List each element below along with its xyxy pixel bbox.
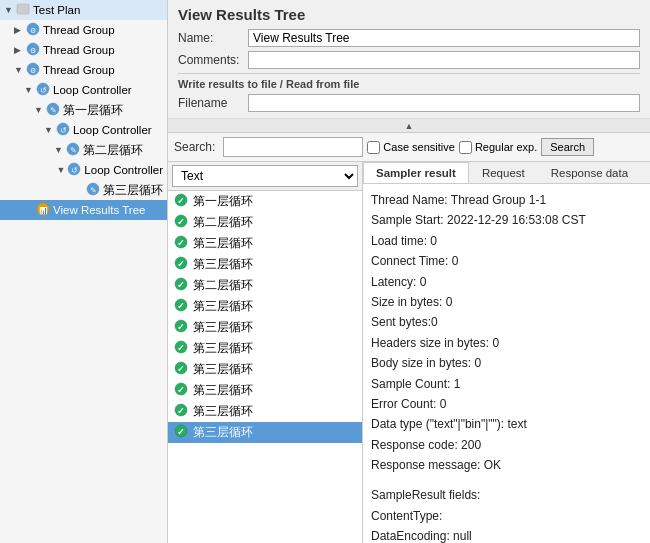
expand-icon-loop-controller-1[interactable]: ▼ xyxy=(24,85,34,95)
sidebar-item-loop-1[interactable]: ▼✎第一层循环 xyxy=(0,100,167,120)
sidebar-label-loop-controller-3: Loop Controller xyxy=(84,164,163,176)
results-list: ✓第一层循环✓第二层循环✓第三层循环✓第三层循环✓第二层循环✓第三层循环✓第三层… xyxy=(168,191,362,543)
regex-label[interactable]: Regular exp. xyxy=(459,141,537,154)
result-label-2: 第三层循环 xyxy=(193,235,253,252)
filename-input[interactable] xyxy=(248,94,640,112)
svg-text:✓: ✓ xyxy=(177,196,185,206)
result-item-8[interactable]: ✓第三层循环 xyxy=(168,359,362,380)
result-item-2[interactable]: ✓第三层循环 xyxy=(168,233,362,254)
result-item-10[interactable]: ✓第三层循环 xyxy=(168,401,362,422)
text-dropdown[interactable]: Text xyxy=(172,165,358,187)
expand-icon-loop-1[interactable]: ▼ xyxy=(34,105,44,115)
svg-text:✎: ✎ xyxy=(90,186,97,195)
result-label-5: 第三层循环 xyxy=(193,298,253,315)
tab-request[interactable]: Request xyxy=(469,162,538,183)
sidebar-label-thread-group-2: Thread Group xyxy=(43,44,115,56)
result-label-0: 第一层循环 xyxy=(193,193,253,210)
result-status-icon-10: ✓ xyxy=(174,403,188,420)
name-input[interactable] xyxy=(248,29,640,47)
result-item-9[interactable]: ✓第三层循环 xyxy=(168,380,362,401)
sidebar-label-thread-group-3: Thread Group xyxy=(43,64,115,76)
result-status-icon-2: ✓ xyxy=(174,235,188,252)
svg-text:↺: ↺ xyxy=(40,86,47,95)
sidebar-item-view-results-tree[interactable]: 📊View Results Tree xyxy=(0,200,167,220)
expand-icon-loop-2[interactable]: ▼ xyxy=(54,145,64,155)
svg-text:⚙: ⚙ xyxy=(30,47,36,54)
result-item-7[interactable]: ✓第三层循环 xyxy=(168,338,362,359)
detail-line: Sent bytes:0 xyxy=(371,312,642,332)
sidebar-item-test-plan[interactable]: ▼Test Plan xyxy=(0,0,167,20)
sidebar-label-loop-controller-2: Loop Controller xyxy=(73,124,152,136)
tree-icon-loop-controller-1: ↺ xyxy=(36,82,50,98)
sidebar-item-loop-controller-1[interactable]: ▼↺Loop Controller xyxy=(0,80,167,100)
sidebar-item-loop-controller-2[interactable]: ▼↺Loop Controller xyxy=(0,120,167,140)
result-label-3: 第三层循环 xyxy=(193,256,253,273)
svg-text:✓: ✓ xyxy=(177,301,185,311)
expand-icon-thread-group-3[interactable]: ▼ xyxy=(14,65,24,75)
result-item-3[interactable]: ✓第三层循环 xyxy=(168,254,362,275)
result-item-0[interactable]: ✓第一层循环 xyxy=(168,191,362,212)
svg-text:✓: ✓ xyxy=(177,238,185,248)
detail-line: Sample Count: 1 xyxy=(371,374,642,394)
expand-icon-thread-group-1[interactable]: ▶ xyxy=(14,25,24,35)
sidebar-item-loop-3[interactable]: ✎第三层循环 xyxy=(0,180,167,200)
tree-icon-thread-group-3: ⚙ xyxy=(26,62,40,78)
sidebar-tree: ▼Test Plan▶⚙Thread Group▶⚙Thread Group▼⚙… xyxy=(0,0,168,543)
result-item-5[interactable]: ✓第三层循环 xyxy=(168,296,362,317)
expand-icon-thread-group-2[interactable]: ▶ xyxy=(14,45,24,55)
result-label-1: 第二层循环 xyxy=(193,214,253,231)
detail-line: ContentType: xyxy=(371,506,642,526)
sidebar-item-thread-group-3[interactable]: ▼⚙Thread Group xyxy=(0,60,167,80)
svg-text:✓: ✓ xyxy=(177,280,185,290)
result-item-1[interactable]: ✓第二层循环 xyxy=(168,212,362,233)
sidebar-item-thread-group-2[interactable]: ▶⚙Thread Group xyxy=(0,40,167,60)
result-status-icon-11: ✓ xyxy=(174,424,188,441)
svg-text:✓: ✓ xyxy=(177,343,185,353)
result-status-icon-5: ✓ xyxy=(174,298,188,315)
regex-checkbox[interactable] xyxy=(459,141,472,154)
search-bar: Search: Case sensitive Regular exp. Sear… xyxy=(168,133,650,162)
result-status-icon-4: ✓ xyxy=(174,277,188,294)
name-label: Name: xyxy=(178,31,248,45)
case-sensitive-label[interactable]: Case sensitive xyxy=(367,141,455,154)
filename-label: Filename xyxy=(178,96,248,110)
tab-response-data[interactable]: Response data xyxy=(538,162,641,183)
tab-sampler-result[interactable]: Sampler result xyxy=(363,162,469,183)
sidebar-label-test-plan: Test Plan xyxy=(33,4,80,16)
expand-icon-loop-controller-2[interactable]: ▼ xyxy=(44,125,54,135)
sidebar-item-loop-controller-3[interactable]: ▼↺Loop Controller xyxy=(0,160,167,180)
results-area: Text ✓第一层循环✓第二层循环✓第三层循环✓第三层循环✓第二层循环✓第三层循… xyxy=(168,162,650,543)
result-label-4: 第二层循环 xyxy=(193,277,253,294)
detail-panel: Sampler resultRequestResponse data Threa… xyxy=(363,162,650,543)
search-input[interactable] xyxy=(223,137,363,157)
svg-rect-0 xyxy=(17,4,29,14)
detail-line: Connect Time: 0 xyxy=(371,251,642,271)
result-item-4[interactable]: ✓第二层循环 xyxy=(168,275,362,296)
detail-line: DataEncoding: null xyxy=(371,526,642,543)
detail-line: Response code: 200 xyxy=(371,435,642,455)
sidebar-item-loop-2[interactable]: ▼✎第二层循环 xyxy=(0,140,167,160)
comments-label: Comments: xyxy=(178,53,248,67)
comments-input[interactable] xyxy=(248,51,640,69)
detail-content: Thread Name: Thread Group 1-1Sample Star… xyxy=(363,184,650,543)
case-sensitive-checkbox[interactable] xyxy=(367,141,380,154)
result-item-6[interactable]: ✓第三层循环 xyxy=(168,317,362,338)
sidebar-item-thread-group-1[interactable]: ▶⚙Thread Group xyxy=(0,20,167,40)
svg-text:✓: ✓ xyxy=(177,406,185,416)
sidebar-label-loop-2: 第二层循环 xyxy=(83,143,143,158)
detail-line: Headers size in bytes: 0 xyxy=(371,333,642,353)
expand-icon-test-plan[interactable]: ▼ xyxy=(4,5,14,15)
search-button[interactable]: Search xyxy=(541,138,594,156)
expand-icon-loop-controller-3[interactable]: ▼ xyxy=(56,165,65,175)
result-label-7: 第三层循环 xyxy=(193,340,253,357)
collapse-bar[interactable]: ▲ xyxy=(168,119,650,133)
detail-line: Data type ("text"|"bin"|""): text xyxy=(371,414,642,434)
sidebar-label-loop-1: 第一层循环 xyxy=(63,103,123,118)
result-item-11[interactable]: ✓第三层循环 xyxy=(168,422,362,443)
detail-spacer xyxy=(371,475,642,485)
result-status-icon-0: ✓ xyxy=(174,193,188,210)
result-label-10: 第三层循环 xyxy=(193,403,253,420)
sidebar-label-view-results-tree: View Results Tree xyxy=(53,204,145,216)
panel-title: View Results Tree xyxy=(178,6,640,23)
result-status-icon-7: ✓ xyxy=(174,340,188,357)
